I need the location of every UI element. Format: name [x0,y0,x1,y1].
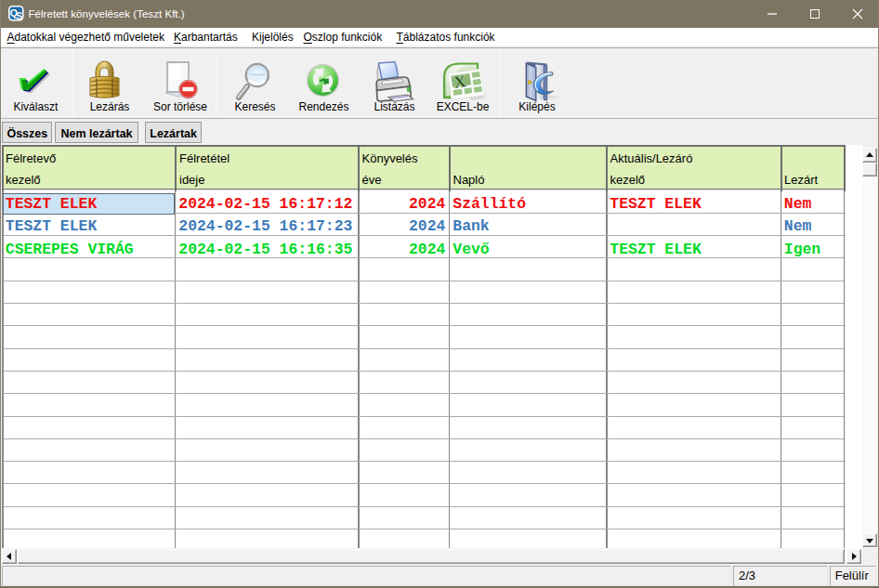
svg-text:S: S [16,11,22,21]
